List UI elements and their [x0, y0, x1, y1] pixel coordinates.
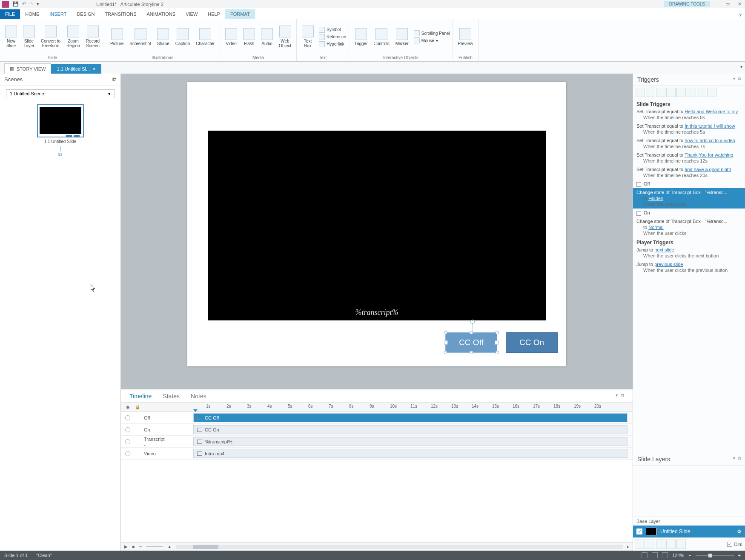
variables-icon[interactable]	[707, 88, 716, 97]
timeline-row[interactable]: Transcript ...%transcript%	[121, 436, 633, 448]
mouse-button[interactable]: Mouse ▾	[414, 37, 450, 43]
tab-view[interactable]: VIEW	[181, 9, 203, 19]
move-up-icon[interactable]	[687, 88, 696, 97]
timeline-tab[interactable]: Timeline	[129, 393, 152, 400]
collapse-icon[interactable]: ▾	[733, 76, 735, 83]
qat-more-icon[interactable]: ▾	[37, 1, 39, 7]
lock-icon[interactable]	[135, 415, 140, 420]
trigger-item[interactable]: Jump to next slideWhen the user clicks t…	[633, 246, 745, 260]
trigger-item[interactable]: Set Transcript equal to Thank You for wa…	[633, 151, 745, 165]
layer-row[interactable]: ✓ Untitled Slide ⚙	[633, 526, 745, 537]
view-single-icon[interactable]	[652, 552, 658, 558]
play-icon[interactable]: ▶	[124, 544, 128, 549]
states-tab[interactable]: States	[163, 393, 180, 400]
trigger-object[interactable]: On	[633, 209, 745, 217]
caption-button[interactable]: Caption	[173, 27, 192, 47]
cc-on-button[interactable]: CC On	[506, 332, 558, 353]
zoom-out-icon[interactable]: −	[688, 553, 691, 558]
dim-checkbox[interactable]: ✓	[727, 542, 732, 547]
new-layer-icon[interactable]	[636, 540, 645, 549]
close-button[interactable]: ✕	[734, 0, 745, 8]
paste-trigger-icon[interactable]	[666, 88, 676, 97]
move-down-icon[interactable]	[697, 88, 706, 97]
video-placeholder[interactable]: %transcript%	[208, 131, 546, 320]
text-box-button[interactable]: Text Box	[299, 25, 316, 49]
timeline-scrollbar[interactable]	[176, 545, 623, 549]
undo-icon[interactable]: ↶	[22, 1, 26, 7]
notes-tab[interactable]: Notes	[191, 393, 206, 400]
timeline-row[interactable]: OffCC Off	[121, 412, 633, 424]
fit-icon[interactable]	[662, 552, 668, 558]
paste-layer-icon[interactable]	[666, 540, 676, 549]
canvas[interactable]: %transcript% CC Off CC On	[121, 74, 633, 389]
trigger-item[interactable]: Set Transcript equal to how to add cc to…	[633, 136, 745, 151]
new-slide-button[interactable]: New Slide	[3, 25, 20, 49]
shape-button[interactable]: Shape	[155, 27, 172, 47]
picture-button[interactable]: Picture	[108, 27, 126, 47]
controls-button[interactable]: Controls	[371, 27, 392, 47]
symbol-button[interactable]: Symbol	[319, 27, 346, 33]
tab-transitions[interactable]: TRANSITIONS	[100, 9, 142, 19]
tl-end-icon[interactable]: ▸	[627, 544, 629, 549]
eye-icon[interactable]	[125, 427, 130, 432]
timeline-row[interactable]: OnCC On	[121, 424, 633, 436]
delete-layer-icon[interactable]	[676, 540, 686, 549]
trigger-item[interactable]: Change state of Transcript Box - "%trans…	[633, 217, 745, 237]
tab-insert[interactable]: INSERT	[44, 9, 72, 19]
trigger-item[interactable]: Set Transcript equal to In this tutorial…	[633, 122, 745, 136]
scenes-popout-icon[interactable]: ⧉	[112, 76, 116, 83]
lock-icon[interactable]	[135, 427, 140, 432]
popout-icon[interactable]: ⧉	[621, 393, 624, 400]
eye-icon[interactable]	[125, 415, 130, 420]
cc-off-button[interactable]: CC Off	[445, 332, 497, 353]
eye-icon[interactable]	[125, 439, 130, 444]
zoom-region-button[interactable]: Zoom Region	[64, 25, 83, 49]
trigger-button[interactable]: Trigger	[352, 27, 370, 47]
tab-home[interactable]: HOME	[20, 9, 44, 19]
tab-file[interactable]: FILE	[0, 9, 20, 19]
character-button[interactable]: Character	[193, 27, 217, 47]
tab-animations[interactable]: ANIMATIONS	[142, 9, 181, 19]
help-icon[interactable]: ?	[739, 12, 745, 19]
popout-icon[interactable]: ⧉	[738, 456, 741, 463]
minimize-button[interactable]: —	[710, 0, 721, 8]
tl-zoom-out-icon[interactable]: ─	[139, 544, 142, 549]
slide-thumbnail[interactable]	[37, 104, 84, 137]
dup-layer-icon[interactable]	[656, 540, 665, 549]
trigger-object[interactable]: Off	[633, 180, 745, 188]
reference-button[interactable]: Reference	[319, 34, 346, 40]
slide-layer-button[interactable]: Slide Layer	[20, 25, 37, 49]
tl-zoom-in-icon[interactable]: ▲	[167, 544, 172, 549]
record-screen-button[interactable]: Record Screen	[83, 25, 102, 49]
redo-icon[interactable]: ↷	[29, 1, 33, 7]
web-object-button[interactable]: Web Object	[276, 25, 294, 49]
lock-icon[interactable]	[135, 451, 140, 456]
edit-layer-icon[interactable]	[646, 540, 655, 549]
slide-stage[interactable]: %transcript% CC Off CC On	[187, 82, 566, 366]
edit-trigger-icon[interactable]	[646, 88, 655, 97]
collapse-icon[interactable]: ▾	[616, 393, 618, 400]
popout-icon[interactable]: ⧉	[738, 76, 741, 83]
trigger-item[interactable]: Set Transcript equal to Hello and Welcom…	[633, 107, 745, 122]
trigger-item[interactable]: Set Transcript equal to and have a good …	[633, 165, 745, 180]
maximize-button[interactable]: ▭	[722, 0, 733, 8]
delete-trigger-icon[interactable]	[676, 88, 686, 97]
zoom-in-icon[interactable]: +	[738, 553, 741, 558]
copy-trigger-icon[interactable]	[656, 88, 665, 97]
scrolling-panel-button[interactable]: Scrolling Panel	[414, 30, 450, 36]
trigger-item[interactable]: Jump to previous slideWhen the user clic…	[633, 260, 745, 274]
collapse-icon[interactable]: ▾	[733, 456, 735, 463]
lock-header-icon[interactable]: 🔒	[135, 405, 140, 409]
timeline-ruler[interactable]: 1s2s3s4s5s6s7s8s9s10s11s12s13s14s15s16s1…	[193, 403, 633, 411]
new-trigger-icon[interactable]	[636, 88, 645, 97]
timeline-row[interactable]: VideoIntro.mp4	[121, 448, 633, 460]
lock-icon[interactable]	[135, 439, 140, 444]
zoom-slider[interactable]	[696, 555, 734, 556]
tabs-more-icon[interactable]: ▾	[740, 64, 742, 69]
slide-tab[interactable]: 1.1 Untitled Sl...✕	[51, 64, 101, 74]
flash-button[interactable]: Flash	[241, 27, 258, 47]
marker-button[interactable]: Marker	[393, 27, 411, 47]
convert-freeform-button[interactable]: Convert to Freeform	[38, 25, 63, 49]
layer-visible-checkbox[interactable]: ✓	[636, 529, 642, 534]
trigger-item[interactable]: Change state of Transcript Box - "%trans…	[633, 188, 745, 209]
